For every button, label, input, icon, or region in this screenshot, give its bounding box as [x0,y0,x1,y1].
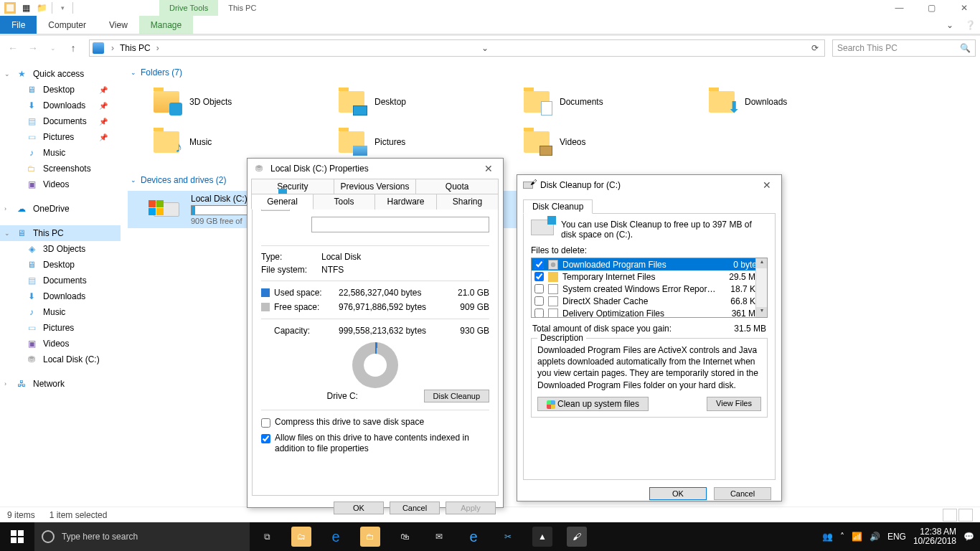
folder-desktop[interactable]: Desktop [313,83,492,121]
tab-tools[interactable]: Tools [313,194,375,209]
drive-label-input[interactable] [311,217,489,232]
compress-checkbox[interactable]: Compress this drive to save disk space [261,415,489,430]
ribbon-tab-computer[interactable]: Computer [37,16,98,34]
system-tray[interactable]: 👥 ˄ 📶 🔊 ENG 12:38 AM 10/26/2018 💬 [822,527,980,546]
contextual-tab-drive-tools[interactable]: Drive Tools [159,0,218,16]
search-icon[interactable]: 🔍 [960,43,971,53]
sidebar-item-documents[interactable]: ▤Documents📌 [0,113,121,129]
sidebar-item-desktop[interactable]: 🖥Desktop📌 [0,82,121,98]
nav-forward-button[interactable]: → [24,39,42,57]
taskbar-app-mail[interactable]: ✉ [422,522,456,551]
sidebar-item-pictures[interactable]: ▭Pictures📌 [0,129,121,145]
tab-disk-cleanup[interactable]: Disk Cleanup [523,199,593,214]
address-bar[interactable]: › This PC › ⌄ ⟳ [89,39,825,57]
folder-music[interactable]: ♪Music [128,123,307,161]
cleanup-item-checkbox[interactable] [534,309,544,318]
tray-people-icon[interactable]: 👥 [822,532,833,542]
chevron-right-icon[interactable]: › [4,380,6,387]
sidebar-item-downloads[interactable]: ⬇Downloads📌 [0,98,121,113]
view-details-button[interactable] [943,509,957,522]
sidebar-item-3dobjects[interactable]: ◈3D Objects [0,241,121,257]
taskbar-app-store[interactable]: 🛍 [387,522,422,551]
search-box[interactable]: Search This PC 🔍 [832,39,976,57]
scroll-up-icon[interactable]: ▴ [756,258,767,268]
sidebar-network[interactable]: ›🖧Network [0,376,121,392]
sidebar-this-pc[interactable]: ⌄🖥This PC [0,225,121,241]
tray-clock[interactable]: 12:38 AM 10/26/2018 [913,527,956,546]
ok-button[interactable]: OK [334,501,384,514]
tray-overflow-icon[interactable]: ˄ [840,532,844,542]
sidebar-item-screenshots[interactable]: 🗀Screenshots [0,161,121,176]
folder-downloads[interactable]: ⬇Downloads [683,83,862,121]
folder-documents[interactable]: Documents [498,83,677,121]
folder-3dobjects[interactable]: 3D Objects [128,83,307,121]
refresh-button[interactable]: ⟳ [809,43,821,53]
folder-videos[interactable]: Videos [498,123,677,161]
cleanup-item[interactable]: Temporary Internet Files 29.5 MB [532,270,767,283]
disk-cleanup-button[interactable]: Disk Cleanup [424,390,489,402]
cleanup-item[interactable]: DirectX Shader Cache 66.8 KB [532,295,767,307]
dialog-titlebar[interactable]: ⛃ Local Disk (C:) Properties ✕ [248,159,503,179]
cleanup-item[interactable]: Delivery Optimization Files 361 MB [532,307,767,318]
sidebar-item-pc-videos[interactable]: ▣Videos [0,336,121,352]
ribbon-tab-view[interactable]: View [98,16,139,34]
view-large-button[interactable] [958,509,973,522]
tab-quota[interactable]: Quota [415,179,499,194]
address-dropdown-icon[interactable]: ⌄ [479,43,491,53]
view-files-button[interactable]: View Files [707,397,761,411]
close-button[interactable]: ✕ [948,0,980,16]
qat-dropdown-icon[interactable]: ▾ [57,2,68,14]
tray-network-icon[interactable]: 📶 [852,532,862,542]
taskbar[interactable]: Type here to search ⧉ 🗂 e 🗀 🛍 ✉ e ✂ ▲ 🖌 … [0,522,980,551]
cleanup-file-list[interactable]: Downloaded Program Files 0 bytes Tempora… [531,258,768,318]
nav-back-button[interactable]: ← [4,39,22,57]
sidebar-item-pc-downloads[interactable]: ⬇Downloads [0,288,121,304]
breadcrumb-caret[interactable]: › [154,43,162,53]
scrollbar[interactable]: ▴▾ [755,258,767,317]
sidebar-item-pc-pictures[interactable]: ▭Pictures [0,320,121,336]
start-button[interactable] [0,522,34,551]
sidebar-item-local-disk[interactable]: ⛃Local Disk (C:) [0,352,121,367]
cleanup-item-checkbox[interactable] [534,272,544,281]
ribbon-tab-manage[interactable]: Manage [139,16,193,34]
nav-recent-dropdown[interactable]: ⌄ [44,39,62,57]
taskbar-app-edge[interactable]: e [319,522,353,551]
chevron-down-icon[interactable]: ⌄ [4,70,10,77]
breadcrumb-root-caret[interactable]: › [108,43,117,53]
tray-language[interactable]: ENG [887,532,906,542]
cleanup-item-checkbox[interactable] [534,296,544,306]
sidebar-item-music[interactable]: ♪Music [0,145,121,161]
chevron-down-icon[interactable]: ⌄ [131,69,136,76]
clean-system-files-button[interactable]: Clean up system files [537,397,649,411]
ribbon-expand-button[interactable]: ⌄ [940,16,960,34]
tab-general[interactable]: General [251,194,314,209]
taskbar-app-snip[interactable]: ✂ [491,522,525,551]
chevron-down-icon[interactable]: ⌄ [131,176,136,184]
dialog-titlebar[interactable]: 🖌 Disk Cleanup for (C:) ✕ [517,175,781,195]
taskbar-search[interactable]: Type here to search [34,522,250,551]
taskbar-app-photos[interactable]: ▲ [525,522,560,551]
tab-sharing[interactable]: Sharing [436,194,499,209]
ribbon-tab-file[interactable]: File [0,16,37,34]
nav-up-button[interactable]: ↑ [65,39,82,57]
close-icon[interactable]: ✕ [480,163,497,174]
cleanup-item-checkbox[interactable] [534,284,544,293]
cancel-button[interactable]: Cancel [390,501,440,514]
ok-button[interactable]: OK [649,487,707,500]
tray-notifications-icon[interactable]: 💬 [963,532,974,542]
group-header-folders[interactable]: ⌄Folders (7) [131,67,973,77]
breadcrumb[interactable]: This PC [117,43,154,53]
folder-pictures[interactable]: Pictures [313,123,492,161]
task-view-button[interactable]: ⧉ [250,522,284,551]
tray-volume-icon[interactable]: 🔊 [870,532,880,542]
taskbar-app-cleanup[interactable]: 🖌 [560,522,594,551]
qat-properties-icon[interactable]: ▦ [20,2,32,14]
help-button[interactable]: ❔ [960,16,980,34]
chevron-down-icon[interactable]: ⌄ [4,230,10,237]
qat-newfolder-icon[interactable]: 📁 [36,2,47,14]
apply-button[interactable]: Apply [446,501,496,514]
scroll-down-icon[interactable]: ▾ [756,307,767,317]
minimize-button[interactable]: — [883,0,915,16]
cleanup-item[interactable]: System created Windows Error Reporti... … [532,283,767,295]
index-checkbox[interactable]: Allow files on this drive to have conten… [261,430,489,457]
